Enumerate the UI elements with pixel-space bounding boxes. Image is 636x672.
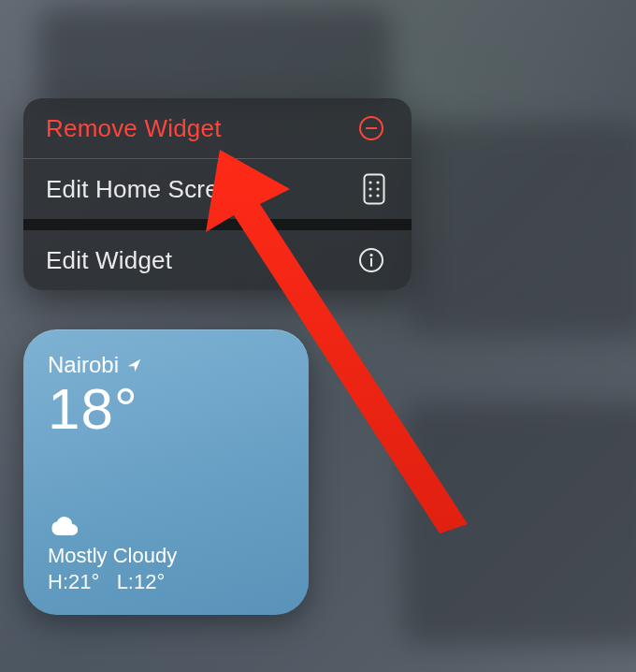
menu-item-label: Edit Widget xyxy=(46,246,172,275)
menu-item-remove-widget[interactable]: Remove Widget xyxy=(23,98,412,158)
apps-grid-icon xyxy=(363,173,385,205)
svg-point-7 xyxy=(369,194,371,197)
widget-high-label: H: xyxy=(48,570,68,593)
location-arrow-icon xyxy=(126,358,142,373)
menu-item-edit-widget[interactable]: Edit Widget xyxy=(23,230,412,290)
svg-point-8 xyxy=(376,194,379,197)
widget-high: 21° xyxy=(68,570,99,593)
svg-rect-2 xyxy=(365,175,384,204)
svg-point-4 xyxy=(376,181,379,183)
widget-condition: Mostly Cloudy xyxy=(48,544,284,568)
minus-circle-icon xyxy=(357,114,385,142)
background-blur xyxy=(37,7,393,110)
menu-section-gap xyxy=(23,219,412,230)
svg-point-6 xyxy=(376,187,379,190)
widget-low-label: L: xyxy=(117,570,134,593)
background-blur xyxy=(402,402,636,646)
widget-low: 12° xyxy=(134,570,165,593)
context-menu: Remove Widget Edit Home Screen Edit Widg… xyxy=(23,98,412,290)
weather-widget[interactable]: Nairobi 18° Mostly Cloudy H:21° L:12° xyxy=(23,329,309,615)
menu-item-label: Edit Home Screen xyxy=(46,175,246,204)
widget-location: Nairobi xyxy=(48,352,119,378)
menu-item-label: Remove Widget xyxy=(46,114,222,143)
widget-temperature: 18° xyxy=(48,380,284,438)
menu-item-edit-home-screen[interactable]: Edit Home Screen xyxy=(23,159,412,219)
svg-point-5 xyxy=(369,187,371,190)
widget-location-row: Nairobi xyxy=(48,352,284,378)
svg-point-10 xyxy=(369,254,372,256)
svg-point-3 xyxy=(369,181,371,183)
cloud-icon xyxy=(48,516,284,538)
background-blur xyxy=(407,122,636,337)
info-circle-icon xyxy=(357,246,385,274)
widget-hilo: H:21° L:12° xyxy=(48,570,284,594)
